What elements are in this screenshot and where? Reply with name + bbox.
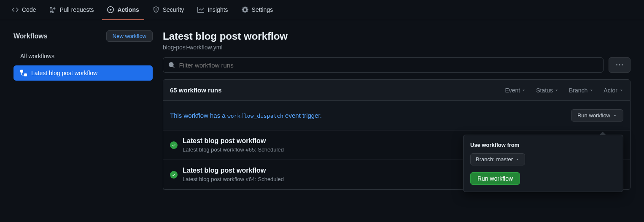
sidebar: Workflows New workflow All workflows Lat… [13,30,153,190]
tab-label: Code [22,6,36,13]
page-title: Latest blog post workflow [163,30,631,42]
filter-label: Event [505,87,520,94]
kebab-icon [616,62,623,68]
sidebar-item-all-workflows[interactable]: All workflows [13,49,153,64]
tab-label: Insights [207,6,228,13]
tab-insights[interactable]: Insights [192,0,233,20]
runs-box: 65 workflow runs Event Status Branch [163,79,631,190]
chevron-down-icon [619,88,623,92]
success-check-icon [170,141,178,149]
runs-count: 65 workflow runs [170,87,222,94]
chevron-down-icon [555,88,559,92]
run-workflow-popover: Use workflow from Branch: master Run wor… [463,135,623,192]
sidebar-item-workflow[interactable]: Latest blog post workflow [13,65,153,81]
content: Latest blog post workflow blog-post-work… [163,30,631,190]
git-pull-request-icon [49,6,56,13]
success-check-icon [170,171,178,179]
tab-settings[interactable]: Settings [237,0,278,20]
filter-branch[interactable]: Branch [569,87,593,94]
tab-label: Settings [252,6,273,13]
tab-label: Pull requests [59,6,94,13]
gear-icon [242,6,248,13]
filter-status[interactable]: Status [536,87,559,94]
dispatch-banner: This workflow has a workflow_dispatch ev… [163,101,630,130]
search-box[interactable] [163,57,604,73]
popover-label: Use workflow from [470,142,616,148]
sidebar-item-label: All workflows [20,53,54,60]
chevron-down-icon [613,114,617,118]
repo-nav: Code Pull requests Actions Security Insi… [0,0,644,20]
more-options-button[interactable] [609,57,631,73]
tab-code[interactable]: Code [7,0,41,20]
workflow-file[interactable]: blog-post-workflow.yml [163,44,631,51]
tab-actions[interactable]: Actions [102,0,144,20]
filter-label: Branch [569,87,587,94]
chevron-down-icon [522,88,526,92]
workflow-icon [20,70,27,76]
sidebar-item-label: Latest blog post workflow [31,70,97,76]
search-icon [168,62,175,68]
chevron-down-icon [515,157,520,162]
filter-event[interactable]: Event [505,87,526,94]
tab-security[interactable]: Security [148,0,189,20]
filter-label: Actor [604,87,617,94]
new-workflow-button[interactable]: New workflow [106,30,153,42]
button-label: Run workflow [577,112,610,119]
code-icon [12,6,19,13]
sidebar-title: Workflows [13,32,48,40]
graph-icon [197,6,204,13]
tab-pull-requests[interactable]: Pull requests [44,0,99,20]
play-icon [107,6,114,13]
search-input[interactable] [179,62,598,69]
filter-label: Status [536,87,553,94]
dispatch-text: This workflow has a workflow_dispatch ev… [170,112,322,119]
tab-label: Security [163,6,184,13]
branch-select[interactable]: Branch: master [470,153,525,165]
run-workflow-submit-button[interactable]: Run workflow [470,172,520,185]
run-workflow-dropdown-button[interactable]: Run workflow [571,109,623,122]
filter-actor[interactable]: Actor [604,87,623,94]
branch-label: Branch: master [476,156,513,162]
shield-icon [153,6,159,13]
tab-label: Actions [117,6,139,13]
chevron-down-icon [589,88,593,92]
